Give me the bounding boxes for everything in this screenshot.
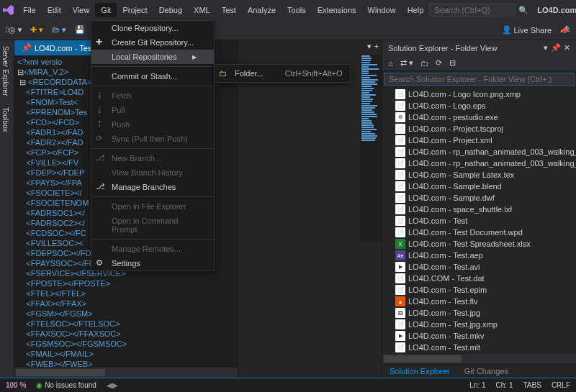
- file-item[interactable]: 📄LO4D.com - Test Document.wpd: [382, 227, 576, 238]
- code-line[interactable]: <FTELSOC></FTELSOC>: [17, 319, 238, 329]
- file-name: LO4D.com - Sample.blend: [408, 182, 502, 191]
- file-item[interactable]: 📄LO4D.com - Logo Icon.png.xmp: [382, 88, 576, 100]
- open-button[interactable]: 🗁 ▾: [49, 24, 69, 36]
- file-icon: 📄: [395, 158, 405, 168]
- menu-file[interactable]: File: [17, 3, 42, 17]
- side-tab-toolbox[interactable]: Toolbox: [0, 101, 14, 137]
- menu-debug[interactable]: Debug: [153, 3, 188, 17]
- code-line[interactable]: <FFAX></FFAX>: [17, 298, 238, 309]
- file-item[interactable]: 🖼LO4D.com - Test.jpg: [382, 307, 576, 319]
- code-line[interactable]: <FGSM></FGSM>: [17, 309, 238, 319]
- gear-icon: ⚙: [96, 258, 106, 268]
- git-menu-settings[interactable]: ⚙Settings: [91, 256, 214, 270]
- file-item[interactable]: 📄LO4D.com - Test: [382, 215, 576, 227]
- file-item[interactable]: 📄LO4D.com - Sample.dwf: [382, 192, 576, 204]
- file-item[interactable]: ⚙LO4D.com - pestudio.exe: [382, 111, 576, 123]
- close-icon[interactable]: ✕: [564, 43, 570, 53]
- sync-button[interactable]: ⟳: [433, 57, 445, 69]
- menu-view[interactable]: View: [67, 3, 96, 17]
- back-button[interactable]: ◎ ▾: [3, 24, 24, 36]
- open-folder-item[interactable]: 🗀 Folder... Ctrl+Shift+Alt+O: [215, 66, 350, 81]
- menu-git[interactable]: Git: [95, 3, 117, 17]
- code-line[interactable]: <FTEL></FTEL>: [17, 288, 238, 298]
- home-button[interactable]: ⌂: [385, 57, 396, 69]
- editor-hscrollbar[interactable]: [14, 368, 238, 378]
- git-menu-local-repositories[interactable]: Local Repositories▶: [91, 50, 214, 64]
- minimap[interactable]: [360, 55, 382, 242]
- filter-button[interactable]: 🗀: [418, 57, 431, 69]
- dropdown-icon[interactable]: ▾: [367, 42, 372, 51]
- live-share-button[interactable]: 👤 Live Share: [499, 24, 554, 36]
- add-icon[interactable]: +: [374, 42, 379, 51]
- file-item[interactable]: 📄LO4D.com - Test.mlt: [382, 342, 576, 353]
- tabs-indicator[interactable]: TABS: [523, 381, 541, 389]
- dropdown-icon[interactable]: ▾: [544, 43, 548, 53]
- solution-hscrollbar[interactable]: [382, 354, 576, 364]
- file-item[interactable]: XLO4D.com - Test Spreadsheet.xlsx: [382, 238, 576, 250]
- issues-indicator[interactable]: ◉ No issues found: [36, 381, 96, 389]
- pin-icon[interactable]: 📌: [551, 43, 561, 53]
- side-tab-server-explorer[interactable]: Server Explorer: [0, 40, 14, 101]
- col-indicator[interactable]: Ch: 1: [496, 381, 513, 389]
- sync-icon: ⟳: [96, 134, 106, 144]
- save-button[interactable]: 💾: [72, 24, 88, 36]
- file-item[interactable]: 📄LO4D.com - Project.xml: [382, 135, 576, 146]
- file-item[interactable]: ▶LO4D.com - Test.avi: [382, 261, 576, 273]
- branch-icon: ⎇: [96, 153, 106, 163]
- solution-search-input[interactable]: [384, 73, 575, 86]
- menu-project[interactable]: Project: [117, 3, 153, 17]
- file-item[interactable]: ▶LO4D.com - Test.mkv: [382, 330, 576, 342]
- menu-xml[interactable]: XML: [188, 3, 216, 17]
- code-line[interactable]: <FGSMSOC></FGSMSOC>: [17, 339, 238, 349]
- code-line[interactable]: <FFAXSOC></FFAXSOC>: [17, 329, 238, 339]
- file-icon: 📄: [395, 89, 405, 99]
- file-name: LO4D.com - Project.xml: [408, 136, 492, 145]
- menu-extensions[interactable]: Extensions: [312, 3, 362, 17]
- menu-help[interactable]: Help: [402, 3, 430, 17]
- solution-tree[interactable]: 📄LO4D.com - Logo Icon.png.xmp📄LO4D.com -…: [382, 87, 576, 354]
- menu-analyze[interactable]: Analyze: [242, 3, 282, 17]
- git-menu-create-git-repository-[interactable]: ✚Create Git Repository...: [91, 35, 214, 50]
- file-item[interactable]: 📄LO4D.com - rp_nathan_animated_003_walki…: [382, 146, 576, 158]
- new-button[interactable]: ✚ ▾: [27, 24, 46, 36]
- file-name: LO4D.com - Sample.dwf: [408, 193, 495, 202]
- git-menu-commit-or-stash-[interactable]: Commit or Stash...: [91, 69, 214, 83]
- git-local-repos-submenu: 🗀 Folder... Ctrl+Shift+Alt+O: [214, 64, 351, 83]
- file-name: LO4D.com - Test.jpg: [408, 309, 480, 317]
- file-item[interactable]: AeLO4D.com - Test.aep: [382, 250, 576, 261]
- code-line[interactable]: <FPOSTE></FPOSTE>: [17, 278, 238, 288]
- code-line[interactable]: <FWEB></FWEB>: [17, 359, 238, 368]
- file-item[interactable]: 📄LO4D.com - Sample.blend: [382, 181, 576, 192]
- menu-test[interactable]: Test: [216, 3, 242, 17]
- file-name: LO4D.com - Test: [408, 216, 467, 225]
- line-indicator[interactable]: Ln: 1: [469, 381, 485, 389]
- menu-window[interactable]: Window: [362, 3, 402, 17]
- lineend-indicator[interactable]: CRLF: [552, 381, 570, 389]
- file-item[interactable]: ▲LO4D.com - Test.flv: [382, 296, 576, 307]
- file-item[interactable]: 📄LO4D.com - rp_nathan_animated_003_walki…: [382, 158, 576, 169]
- file-icon: 📄: [395, 170, 405, 180]
- file-item[interactable]: 📄LO4D.com - Test.epim: [382, 284, 576, 296]
- pin-icon[interactable]: 📌: [22, 43, 32, 53]
- search-input[interactable]: [429, 4, 516, 17]
- feedback-button[interactable]: 📣: [557, 24, 573, 36]
- git-menu-manage-branches[interactable]: ⎇Manage Branches: [91, 180, 214, 194]
- file-item[interactable]: 📄LO4D.com - Sample Latex.tex: [382, 169, 576, 181]
- menu-edit[interactable]: Edit: [42, 3, 67, 17]
- switch-view-button[interactable]: ⇄ ▾: [397, 57, 416, 69]
- file-item[interactable]: 📄LO4D.com - space_shuttle.lxf: [382, 204, 576, 215]
- git-menu-clone-repository-[interactable]: Clone Repository...: [91, 21, 214, 35]
- panel-tab-git-changes[interactable]: Git Changes: [457, 365, 516, 378]
- file-icon: 📄: [395, 193, 405, 203]
- file-item[interactable]: 📄LO4D.COM - Test.dat: [382, 273, 576, 284]
- git-menu-push: ⭡Push: [91, 117, 214, 132]
- file-item[interactable]: 📄LO4D.com - Project.tscproj: [382, 123, 576, 135]
- collapse-button[interactable]: ⊟: [446, 57, 459, 69]
- code-line[interactable]: <FMAIL></FMAIL>: [17, 349, 238, 359]
- menu-bar: FileEditViewGitProjectDebugXMLTestAnalyz…: [17, 3, 429, 17]
- menu-tools[interactable]: Tools: [282, 3, 312, 17]
- file-item[interactable]: 📄LO4D.com - Test.jpg.xmp: [382, 319, 576, 330]
- file-item[interactable]: 📄LO4D.com - Logo.eps: [382, 100, 576, 111]
- panel-tab-solution-explorer[interactable]: Solution Explorer: [382, 365, 457, 378]
- file-icon: 📄: [395, 342, 405, 352]
